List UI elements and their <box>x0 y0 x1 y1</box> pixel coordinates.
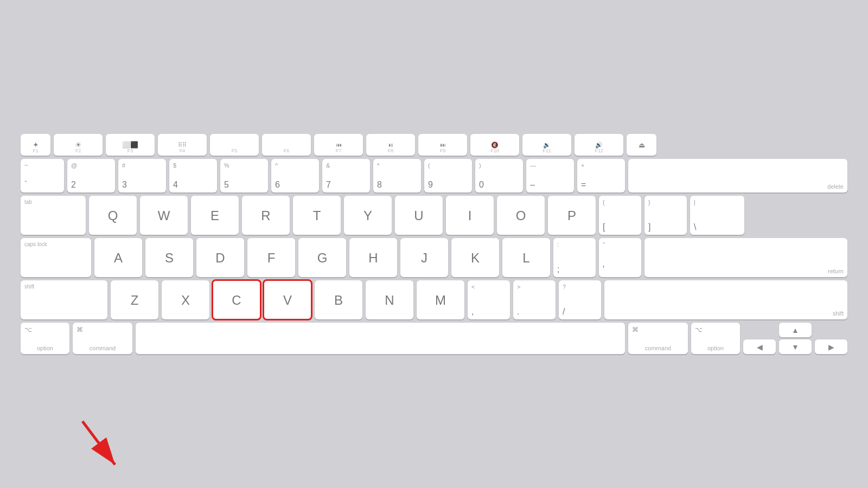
backslash-key[interactable]: | \ <box>690 196 744 235</box>
svg-line-1 <box>82 421 115 465</box>
6-key[interactable]: ^ 6 <box>271 159 319 192</box>
asdf-row: caps lock A S D F G H J K L : ; <box>21 238 847 277</box>
e-key[interactable]: E <box>191 196 239 235</box>
f12-key[interactable]: 🔊 F12 <box>575 134 623 156</box>
t-key[interactable]: T <box>293 196 341 235</box>
q-key[interactable]: Q <box>89 196 137 235</box>
left-arrow-key[interactable]: ◀ <box>743 339 776 354</box>
quote-key[interactable]: " ' <box>599 238 641 277</box>
w-key[interactable]: W <box>140 196 188 235</box>
f1-key[interactable]: ✦ F1 <box>21 134 50 156</box>
9-key[interactable]: ( 9 <box>424 159 472 192</box>
f4-key[interactable]: ⠿⠿ F4 <box>158 134 207 156</box>
rbracket-key[interactable]: } ] <box>644 196 687 235</box>
l-key[interactable]: L <box>502 238 550 277</box>
f9-key[interactable]: ⏭ F9 <box>418 134 467 156</box>
v-key[interactable]: V <box>264 280 311 319</box>
f3-key[interactable]: ⬜⬛ F3 <box>106 134 155 156</box>
f11-key[interactable]: 🔉 F11 <box>522 134 571 156</box>
semicolon-key[interactable]: : ; <box>553 238 596 277</box>
4-key[interactable]: $ 4 <box>169 159 217 192</box>
minus-key[interactable]: — – <box>526 159 574 192</box>
up-arrow-key[interactable]: ▲ <box>779 323 812 337</box>
b-key[interactable]: B <box>315 280 362 319</box>
m-key[interactable]: M <box>417 280 464 319</box>
f8-key[interactable]: ⏯ F8 <box>366 134 415 156</box>
number-row: ~ ` @ 2 # 3 $ 4 % 5 ^ 6 & 7 * 8 <box>21 159 847 192</box>
c-key[interactable]: C <box>213 280 260 319</box>
power-key[interactable]: ⏏ <box>627 134 656 156</box>
n-key[interactable]: N <box>366 280 413 319</box>
5-key[interactable]: % 5 <box>220 159 268 192</box>
2-key[interactable]: @ 2 <box>67 159 115 192</box>
f6-key[interactable]: F6 <box>262 134 311 156</box>
o-key[interactable]: O <box>497 196 545 235</box>
d-key[interactable]: D <box>196 238 244 277</box>
equals-key[interactable]: + = <box>577 159 625 192</box>
0-key[interactable]: ) 0 <box>475 159 523 192</box>
right-command-key[interactable]: ⌘ command <box>628 323 688 354</box>
right-arrow-key[interactable]: ▶ <box>815 339 847 354</box>
7-key[interactable]: & 7 <box>322 159 370 192</box>
r-key[interactable]: R <box>242 196 290 235</box>
i-key[interactable]: I <box>446 196 494 235</box>
bottom-row: ⌥ option ⌘ command ⌘ command ⌥ option ▲ <box>21 323 847 354</box>
g-key[interactable]: G <box>298 238 346 277</box>
zxcv-row: shift Z X C V B N M < , > . <box>21 280 847 319</box>
return-key[interactable]: return <box>644 238 847 277</box>
qwerty-row: tab Q W E R T Y U I O P <box>21 196 847 235</box>
keyboard: ✦ F1 ☀ F2 ⬜⬛ F3 ⠿⠿ F4 F5 F6 ⏮ F7 ⏯ F8 <box>11 124 857 364</box>
delete-key[interactable]: delete <box>628 159 847 192</box>
f5-key[interactable]: F5 <box>210 134 259 156</box>
red-arrow-indicator <box>72 416 137 476</box>
f-key[interactable]: F <box>247 238 295 277</box>
tab-key[interactable]: tab <box>21 196 86 235</box>
comma-key[interactable]: < , <box>468 280 510 319</box>
down-arrow-key[interactable]: ▼ <box>779 339 812 354</box>
f2-key[interactable]: ☀ F2 <box>54 134 103 156</box>
j-key[interactable]: J <box>400 238 448 277</box>
z-key[interactable]: Z <box>111 280 158 319</box>
right-shift-key[interactable]: shift <box>604 280 847 319</box>
period-key[interactable]: > . <box>513 280 556 319</box>
slash-key[interactable]: ? / <box>559 280 601 319</box>
function-row: ✦ F1 ☀ F2 ⬜⬛ F3 ⠿⠿ F4 F5 F6 ⏮ F7 ⏯ F8 <box>21 134 847 156</box>
right-option-key[interactable]: ⌥ option <box>691 323 740 354</box>
h-key[interactable]: H <box>349 238 397 277</box>
3-key[interactable]: # 3 <box>118 159 166 192</box>
arrow-keys: ▲ ◀ ▼ ▶ <box>743 323 847 354</box>
8-key[interactable]: * 8 <box>373 159 421 192</box>
f10-key[interactable]: 🔇 F10 <box>470 134 519 156</box>
left-shift-key[interactable]: shift <box>21 280 107 319</box>
caps-lock-key[interactable]: caps lock <box>21 238 91 277</box>
p-key[interactable]: P <box>548 196 596 235</box>
left-option-key[interactable]: ⌥ option <box>21 323 69 354</box>
k-key[interactable]: K <box>451 238 499 277</box>
u-key[interactable]: U <box>395 196 443 235</box>
lbracket-key[interactable]: { [ <box>599 196 641 235</box>
f7-key[interactable]: ⏮ F7 <box>314 134 363 156</box>
y-key[interactable]: Y <box>344 196 392 235</box>
a-key[interactable]: A <box>94 238 142 277</box>
s-key[interactable]: S <box>145 238 193 277</box>
left-command-key[interactable]: ⌘ command <box>73 323 132 354</box>
tilde-key[interactable]: ~ ` <box>21 159 64 192</box>
spacebar[interactable] <box>136 323 625 354</box>
x-key[interactable]: X <box>162 280 209 319</box>
